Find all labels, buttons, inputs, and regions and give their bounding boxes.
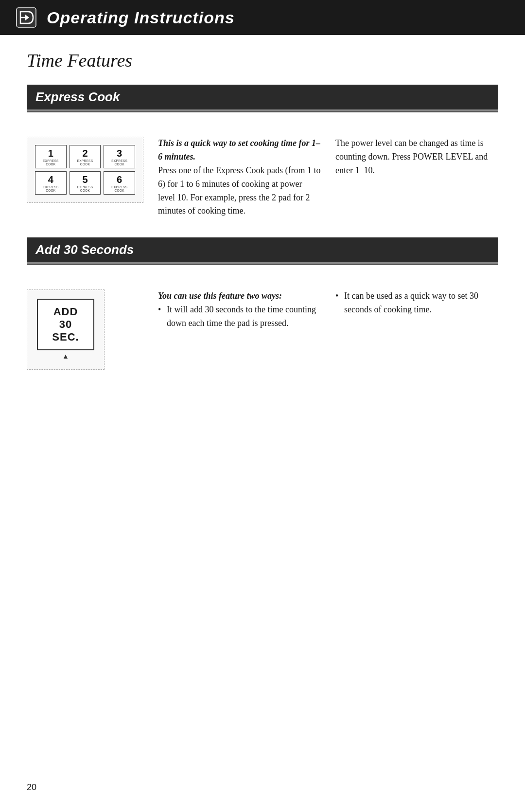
express-cook-body-text: Press one of the Express Cook pads (from… bbox=[158, 164, 321, 218]
page-title: Operating Instructions bbox=[47, 8, 235, 27]
express-cook-col3: The power level can be changed as time i… bbox=[335, 137, 498, 218]
add30-col3-list: It can be used as a quick way to set 30 … bbox=[335, 289, 498, 317]
add30-bullet1: It will add 30 seconds to the time count… bbox=[158, 303, 321, 330]
add30-keypad-grid: ADD 30 SEC. ▲ bbox=[27, 289, 105, 370]
express-cook-col2: This is a quick way to set cooking time … bbox=[158, 137, 321, 218]
keypad-btn-6[interactable]: 6 EXPRESS COOK bbox=[104, 171, 135, 195]
header-icon bbox=[15, 6, 38, 29]
express-cook-header: Express Cook bbox=[27, 85, 498, 111]
add30-title: Add 30 Seconds bbox=[35, 242, 134, 257]
express-cook-bold-text: This is a quick way to set cooking time … bbox=[158, 137, 321, 164]
keypad-btn-1[interactable]: 1 EXPRESS COOK bbox=[35, 145, 67, 168]
keypad-btn-3[interactable]: 3 EXPRESS COOK bbox=[104, 145, 135, 168]
express-cook-divider bbox=[27, 111, 498, 112]
add30-keypad-area: ADD 30 SEC. ▲ bbox=[27, 289, 143, 370]
header-bar: Operating Instructions bbox=[0, 0, 525, 35]
add30-bold-text: You can use this feature two ways: bbox=[158, 289, 321, 303]
page-subtitle: Time Features bbox=[27, 50, 498, 71]
add30-divider bbox=[27, 264, 498, 265]
add30-body: ADD 30 SEC. ▲ You can use this feature t… bbox=[27, 279, 498, 370]
add30-arrow-icon: ▲ bbox=[62, 353, 69, 361]
add30-btn-line1: ADD bbox=[53, 306, 78, 318]
keypad-btn-2[interactable]: 2 EXPRESS COOK bbox=[70, 145, 101, 168]
add30-bullet-list: It will add 30 seconds to the time count… bbox=[158, 303, 321, 330]
express-cook-col3-text: The power level can be changed as time i… bbox=[335, 137, 498, 178]
add30-col3: It can be used as a quick way to set 30 … bbox=[335, 289, 498, 370]
add30-col2: You can use this feature two ways: It wi… bbox=[158, 289, 321, 370]
keypad-btn-4[interactable]: 4 EXPRESS COOK bbox=[35, 171, 67, 195]
page-content: Time Features Express Cook 1 EXPRESS COO… bbox=[0, 35, 525, 418]
express-cook-section: Express Cook 1 EXPRESS COOK 2 EXPRESS CO… bbox=[27, 85, 498, 218]
add30-section: Add 30 Seconds ADD 30 SEC. ▲ You can use… bbox=[27, 237, 498, 370]
express-cook-title: Express Cook bbox=[35, 90, 120, 104]
express-cook-keypad-area: 1 EXPRESS COOK 2 EXPRESS COOK 3 EXPRESS … bbox=[27, 137, 143, 218]
add30-bullet2: It can be used as a quick way to set 30 … bbox=[335, 289, 498, 317]
express-cook-keypad-grid: 1 EXPRESS COOK 2 EXPRESS COOK 3 EXPRESS … bbox=[27, 137, 143, 203]
add30-button[interactable]: ADD 30 SEC. bbox=[37, 299, 94, 350]
add30-btn-line2: 30 SEC. bbox=[48, 318, 84, 343]
keypad-btn-5[interactable]: 5 EXPRESS COOK bbox=[70, 171, 101, 195]
add30-header: Add 30 Seconds bbox=[27, 237, 498, 264]
express-cook-body: 1 EXPRESS COOK 2 EXPRESS COOK 3 EXPRESS … bbox=[27, 126, 498, 218]
ge-logo-icon bbox=[16, 7, 37, 28]
page-number: 20 bbox=[27, 782, 36, 793]
